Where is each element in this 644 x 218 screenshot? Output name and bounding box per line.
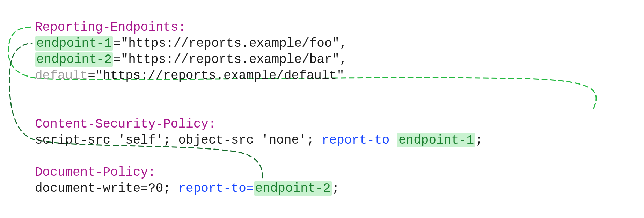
endpoint-2-name: endpoint-2 xyxy=(35,52,113,67)
docpolicy-report-to-keyword: report-to= xyxy=(178,181,254,196)
endpoint-1-url: https://reports.example/foo xyxy=(128,36,332,51)
endpoint-2-close: " xyxy=(332,52,340,67)
docpolicy-directives: document-write=?0; xyxy=(35,181,178,196)
endpoint-2-url: https://reports.example/bar xyxy=(128,52,332,67)
endpoint-2-trailing: , xyxy=(339,52,347,67)
csp-trailing: ; xyxy=(475,133,483,147)
endpoint-1-trailing: , xyxy=(339,36,347,51)
csp-directives: script-src 'self'; object-src 'none'; xyxy=(35,133,322,147)
code-block: Reporting-Endpoints: endpoint-1="https:/… xyxy=(35,3,483,197)
csp-endpoint-ref: endpoint-1 xyxy=(397,133,475,147)
endpoint-default-eq: =" xyxy=(88,68,103,83)
endpoint-default-close: " xyxy=(337,68,344,83)
csp-sep xyxy=(389,133,397,147)
endpoint-1-eq: =" xyxy=(113,36,128,51)
csp-report-to-keyword: report-to xyxy=(322,133,389,147)
endpoint-default-name: default xyxy=(35,68,88,83)
endpoint-default-url: https://reports.example/default xyxy=(103,68,337,83)
header-doc-policy: Document-Policy: xyxy=(35,165,156,180)
endpoint-1-name: endpoint-1 xyxy=(35,36,113,51)
endpoint-2-eq: =" xyxy=(113,52,128,67)
header-reporting-endpoints: Reporting-Endpoints: xyxy=(35,20,186,35)
header-csp: Content-Security-Policy: xyxy=(35,117,216,131)
docpolicy-endpoint-ref: endpoint-2 xyxy=(254,181,332,196)
endpoint-1-close: " xyxy=(332,36,340,51)
docpolicy-trailing: ; xyxy=(332,181,340,196)
